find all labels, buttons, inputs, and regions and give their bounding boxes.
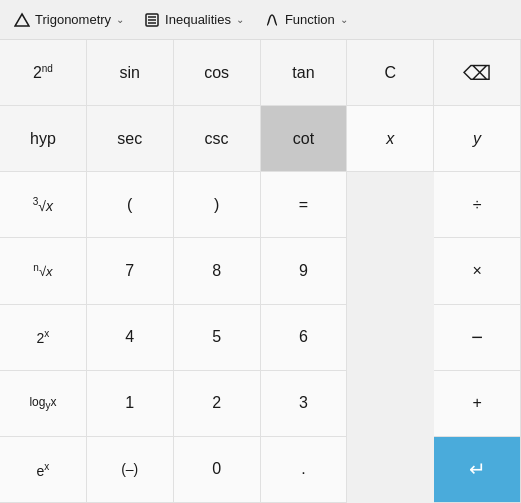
- 1-btn[interactable]: 1: [87, 371, 174, 437]
- menu-function[interactable]: Function ⌄: [254, 6, 358, 34]
- enter-btn[interactable]: ↵: [434, 437, 521, 503]
- 5-btn[interactable]: 5: [174, 305, 261, 371]
- 6-btn[interactable]: 6: [261, 305, 348, 371]
- empty-r4c5: [347, 238, 434, 304]
- backspace-btn[interactable]: ⌫: [434, 40, 521, 106]
- func-chevron-icon: ⌄: [340, 14, 348, 25]
- decimal-btn[interactable]: .: [261, 437, 348, 503]
- nthroot-btn[interactable]: n√x: [0, 238, 87, 304]
- 8-btn[interactable]: 8: [174, 238, 261, 304]
- sin-btn[interactable]: sin: [87, 40, 174, 106]
- open-paren-btn[interactable]: (: [87, 172, 174, 238]
- tan-btn[interactable]: tan: [261, 40, 348, 106]
- triangle-icon: [14, 12, 30, 28]
- y-var-btn[interactable]: y: [434, 106, 521, 172]
- 9-btn[interactable]: 9: [261, 238, 348, 304]
- divide-btn[interactable]: ÷: [434, 172, 521, 238]
- equals-btn[interactable]: =: [261, 172, 348, 238]
- trig-chevron-icon: ⌄: [116, 14, 124, 25]
- svg-marker-0: [15, 14, 29, 26]
- cbrt-btn[interactable]: 3√x: [0, 172, 87, 238]
- negate-btn[interactable]: (–): [87, 437, 174, 503]
- x-var-btn[interactable]: x: [347, 106, 434, 172]
- 7-btn[interactable]: 7: [87, 238, 174, 304]
- add-btn[interactable]: +: [434, 371, 521, 437]
- 0-btn[interactable]: 0: [174, 437, 261, 503]
- subtract-btn[interactable]: −: [434, 305, 521, 371]
- csc-btn[interactable]: csc: [174, 106, 261, 172]
- close-paren-btn[interactable]: ): [174, 172, 261, 238]
- ex-btn[interactable]: ex: [0, 437, 87, 503]
- 2-btn[interactable]: 2: [174, 371, 261, 437]
- 2nd-btn[interactable]: 2nd: [0, 40, 87, 106]
- menu-trigonometry[interactable]: Trigonometry ⌄: [4, 6, 134, 34]
- empty-r7c5: [347, 437, 434, 503]
- menu-bar: Trigonometry ⌄ Inequalities ⌄ Function ⌄: [0, 0, 521, 40]
- calculator: Trigonometry ⌄ Inequalities ⌄ Function ⌄: [0, 0, 521, 503]
- hyp-btn[interactable]: hyp: [0, 106, 87, 172]
- menu-ineq-label: Inequalities: [165, 12, 231, 27]
- multiply-btn[interactable]: ×: [434, 238, 521, 304]
- button-grid: 2nd sin cos tan C ⌫ hyp sec csc cot: [0, 40, 521, 503]
- empty-r6c5: [347, 371, 434, 437]
- 2x-btn[interactable]: 2x: [0, 305, 87, 371]
- menu-trig-label: Trigonometry: [35, 12, 111, 27]
- menu-func-label: Function: [285, 12, 335, 27]
- menu-inequalities[interactable]: Inequalities ⌄: [134, 6, 254, 34]
- inequalities-icon: [144, 12, 160, 28]
- logy-btn[interactable]: logyx: [0, 371, 87, 437]
- clear-btn[interactable]: C: [347, 40, 434, 106]
- empty-r5c5: [347, 305, 434, 371]
- ineq-chevron-icon: ⌄: [236, 14, 244, 25]
- empty-r3c5: [347, 172, 434, 238]
- function-icon: [264, 12, 280, 28]
- cos-btn[interactable]: cos: [174, 40, 261, 106]
- 4-btn[interactable]: 4: [87, 305, 174, 371]
- sec-btn[interactable]: sec: [87, 106, 174, 172]
- 3-btn[interactable]: 3: [261, 371, 348, 437]
- cot-btn[interactable]: cot: [261, 106, 348, 172]
